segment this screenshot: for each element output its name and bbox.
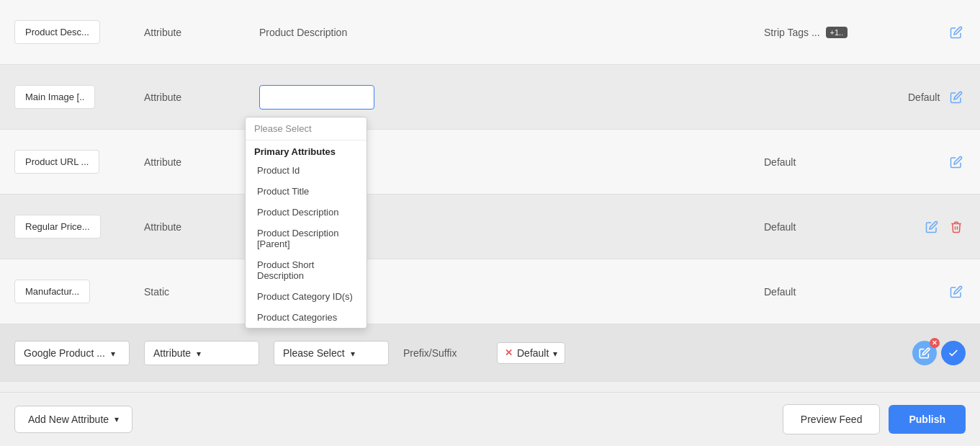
option-product-category-ids[interactable]: Product Category ID(s) xyxy=(246,286,367,307)
google-product-field-chevron xyxy=(111,347,115,359)
row-main-image: Main Image [.. Attribute Please Select P… xyxy=(0,65,980,130)
rows-container: Product Desc... Attribute Product Descri… xyxy=(0,0,980,382)
field-name-google-product: Google Product ... xyxy=(14,341,130,365)
edit-button-product-url[interactable] xyxy=(947,153,966,171)
value-dropdown-google-product: Please Select xyxy=(274,341,389,365)
type-regular-price: Attribute xyxy=(130,221,245,233)
cancel-badge: ✕ xyxy=(930,338,940,348)
field-name-main-image: Main Image [.. xyxy=(14,85,130,109)
option-product-title[interactable]: Product Title xyxy=(246,181,367,202)
type-product-url: Attribute xyxy=(130,156,245,168)
edit-button-main-image[interactable] xyxy=(947,88,966,107)
google-product-type-select[interactable]: Attribute xyxy=(144,341,259,365)
modifier-main-image: Default xyxy=(764,92,908,103)
actions-product-desc xyxy=(908,23,966,42)
field-tag-product-desc: Product Desc... xyxy=(14,20,100,44)
actions-regular-price xyxy=(908,218,966,236)
modifier-regular-price: Default xyxy=(764,221,908,233)
edit-button-manufacturer[interactable] xyxy=(947,282,966,301)
modifier-text-manufacturer: Default xyxy=(764,286,796,298)
dropdown-popup-main-image: Please Select Primary Attributes Product… xyxy=(245,117,367,329)
modifier-text-product-desc: Strip Tags ... xyxy=(764,27,820,38)
save-button-google-product[interactable] xyxy=(941,341,966,365)
edit-button-google-product[interactable]: ✕ xyxy=(912,341,937,365)
actions-manufacturer xyxy=(908,282,966,301)
add-new-attribute-button[interactable]: Add New Attribute ▾ xyxy=(14,406,132,433)
row-google-product: Google Product ... Attribute Please Sele… xyxy=(0,324,980,382)
google-product-field-dropdown[interactable]: Google Product ... xyxy=(14,341,130,365)
preview-feed-label: Preview Feed xyxy=(801,414,863,425)
field-name-regular-price: Regular Price... xyxy=(14,215,130,238)
add-new-chevron-icon: ▾ xyxy=(114,414,119,424)
add-new-attribute-label: Add New Attribute xyxy=(28,414,109,425)
option-product-categories[interactable]: Product Categories xyxy=(246,307,367,328)
option-product-description[interactable]: Product Description xyxy=(246,202,367,223)
default-tag-chevron xyxy=(553,347,557,359)
dropdown-search-input[interactable] xyxy=(269,92,365,103)
footer-right: Preview Feed Publish xyxy=(783,404,966,434)
modifier-manufacturer: Default xyxy=(764,286,908,298)
edit-button-product-desc[interactable] xyxy=(947,23,966,42)
actions-main-image xyxy=(908,88,966,107)
modifier-badge-product-desc: +1.. xyxy=(826,27,848,38)
edit-button-regular-price[interactable] xyxy=(922,218,941,236)
google-product-value-select[interactable]: Please Select xyxy=(274,341,389,365)
field-tag-main-image: Main Image [.. xyxy=(14,85,95,109)
footer: Add New Attribute ▾ Preview Feed Publish xyxy=(0,392,980,446)
prefix-suffix-label: Prefix/Suffix xyxy=(403,347,482,359)
google-product-type-label: Attribute xyxy=(153,347,191,359)
google-product-field-label: Google Product ... xyxy=(24,347,105,359)
option-product-description-parent[interactable]: Product Description [Parent] xyxy=(246,223,367,254)
field-tag-regular-price: Regular Price... xyxy=(14,215,101,238)
value-dropdown-main-image[interactable] xyxy=(259,85,374,110)
modifier-text-regular-price: Default xyxy=(764,221,796,233)
default-tag-remove[interactable]: ✕ xyxy=(505,347,513,358)
type-product-desc: Attribute xyxy=(130,27,245,38)
row-product-url: Product URL ... Attribute Default xyxy=(0,130,980,195)
publish-label: Publish xyxy=(909,414,945,425)
row-manufacturer: Manufactur... Static Default xyxy=(0,259,980,324)
delete-button-regular-price[interactable] xyxy=(947,218,966,236)
value-product-desc: Product Description xyxy=(245,27,764,38)
main-container: Product Desc... Attribute Product Descri… xyxy=(0,0,980,446)
google-product-type-chevron xyxy=(197,347,201,359)
default-tag-google-product: ✕ Default xyxy=(497,342,565,364)
type-dropdown-google-product: Attribute xyxy=(144,341,259,365)
field-name-product-url: Product URL ... xyxy=(14,150,130,174)
field-name-manufacturer: Manufactur... xyxy=(14,280,130,303)
preview-feed-button[interactable]: Preview Feed xyxy=(783,404,881,434)
value-main-image: Please Select Primary Attributes Product… xyxy=(245,85,764,110)
field-tag-manufacturer: Manufactur... xyxy=(14,280,90,303)
type-manufacturer: Static xyxy=(130,286,245,298)
row-product-desc: Product Desc... Attribute Product Descri… xyxy=(0,0,980,65)
option-product-short-description[interactable]: Product Short Description xyxy=(246,254,367,286)
field-name-product-desc: Product Desc... xyxy=(14,20,130,44)
google-product-value-chevron xyxy=(351,347,355,359)
modifier-text-product-url: Default xyxy=(764,156,796,168)
option-product-id[interactable]: Product Id xyxy=(246,160,367,181)
google-product-value-label: Please Select xyxy=(283,347,345,359)
active-actions-google-product: ✕ xyxy=(912,341,966,365)
please-select-option[interactable]: Please Select xyxy=(246,117,367,141)
type-main-image: Attribute xyxy=(130,92,245,103)
modifier-product-desc: Strip Tags ... +1.. xyxy=(764,27,908,38)
group-label-primary: Primary Attributes xyxy=(246,141,367,160)
publish-button[interactable]: Publish xyxy=(889,405,966,434)
field-tag-product-url: Product URL ... xyxy=(14,150,99,174)
row-regular-price: Regular Price... Attribute Default xyxy=(0,195,980,259)
default-tag-label: Default xyxy=(517,347,549,359)
actions-product-url xyxy=(908,153,966,171)
modifier-product-url: Default xyxy=(764,156,908,168)
